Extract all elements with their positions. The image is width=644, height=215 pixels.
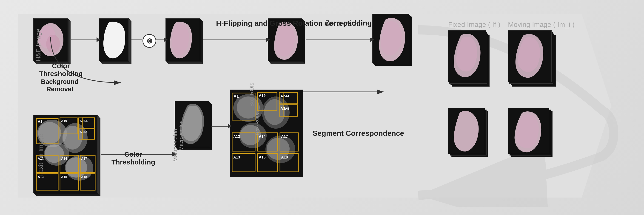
- svg-text:A17: A17: [81, 157, 87, 160]
- color-thresholding-label-bottom: Color Thresholding: [108, 151, 158, 166]
- masked-tissue-svg: [166, 19, 200, 61]
- arrowhead-macro-roi: [228, 124, 232, 128]
- arrowhead-otimes-masked: [164, 37, 168, 42]
- macrosection-vert-text: Macrosection: [178, 121, 184, 151]
- moving-bottom-tissue: [508, 108, 550, 154]
- svg-text:A19: A19: [61, 119, 67, 123]
- svg-text:A12: A12: [233, 135, 240, 139]
- svg-text:A5: A5: [84, 130, 88, 134]
- arrowhead-to-zeropad: [370, 37, 374, 42]
- moving-image-label: Moving Image ( Im_i ): [508, 21, 574, 28]
- zero-padding-label: Zero padding: [325, 19, 372, 27]
- moving-bottom-front: [508, 108, 549, 154]
- fixed-bottom-tissue: [448, 108, 485, 154]
- fixed-bottom-front: [448, 108, 485, 154]
- boxrois-vert-label-container: Box-ROIs: [255, 90, 260, 159]
- svg-text:A18: A18: [81, 175, 87, 179]
- svg-text:A4: A4: [285, 94, 289, 98]
- svg-text:A1: A1: [234, 94, 239, 99]
- svg-text:A1: A1: [38, 120, 42, 124]
- box-rois-label: Box-ROIs: [248, 83, 255, 107]
- moving-card-front: [508, 30, 552, 82]
- macrosection-vert-label-container: Macrosection: [179, 101, 184, 170]
- svg-text:A2: A2: [280, 94, 285, 98]
- svg-point-9: [63, 126, 82, 150]
- arrow-masked-corrected: [203, 39, 267, 40]
- arrow-macro-roi: [211, 126, 229, 127]
- arrow-corrected-zeropad: [306, 39, 371, 40]
- svg-text:A3: A3: [80, 130, 84, 134]
- svg-point-11: [65, 157, 87, 178]
- color-thresholding-label-top: Color Thresholding: [36, 62, 86, 78]
- moving-image-bottom-area: [508, 108, 554, 159]
- svg-text:A4: A4: [84, 119, 88, 123]
- box-roi-image: A1 A19 A2 A3 A4 A5 A12 A13 A14: [230, 90, 304, 177]
- svg-text:A14: A14: [61, 157, 67, 160]
- svg-text:A19: A19: [259, 94, 266, 98]
- svg-text:A3: A3: [280, 107, 285, 110]
- boxrois-vert-text: Box-ROIs: [254, 113, 260, 135]
- svg-text:A18: A18: [281, 155, 288, 159]
- arrowhead-to-corrected: [266, 37, 270, 42]
- otimes-symbol: ⊗: [142, 34, 156, 48]
- svg-text:A14: A14: [259, 135, 266, 139]
- fixed-card-front: [448, 30, 486, 82]
- svg-point-41: [264, 99, 285, 125]
- svg-text:A5: A5: [285, 107, 289, 110]
- fixed-image-bottom-area: [448, 108, 490, 159]
- svg-text:A2: A2: [80, 119, 84, 123]
- fixed-image-label: Fixed Image ( If ): [448, 21, 500, 28]
- faxitron-image-label: Faxitron Image: [37, 134, 44, 177]
- svg-text:A17: A17: [281, 135, 288, 139]
- svg-text:A15: A15: [61, 175, 67, 179]
- main-container: H&E Image Faxitron Image Color Threshold…: [0, 0, 644, 215]
- svg-text:A13: A13: [233, 155, 240, 159]
- moving-image-area: Moving Image ( Im_i ): [508, 21, 574, 95]
- fixed-tissue-small: [448, 30, 486, 82]
- svg-text:A15: A15: [259, 155, 266, 159]
- masked-card-front: [166, 18, 200, 61]
- box-roi-svg: A1 A19 A2 A3 A4 A5 A12 A13 A14: [230, 90, 304, 177]
- segment-arrow-svg: [304, 46, 395, 115]
- macrosection-label: Macrosection: [172, 129, 178, 162]
- he-image-label: H&E Image: [35, 28, 42, 61]
- moving-tissue: [508, 30, 552, 82]
- segment-correspondence-label: Segment Correspondence: [312, 129, 404, 138]
- fixed-image-area: Fixed Image ( If ): [448, 21, 500, 95]
- background-removal-label: Background Removal: [30, 78, 90, 93]
